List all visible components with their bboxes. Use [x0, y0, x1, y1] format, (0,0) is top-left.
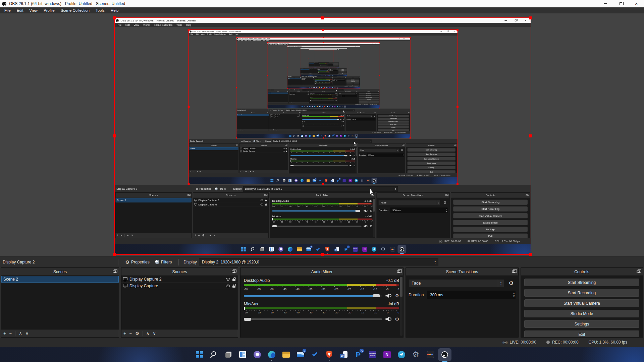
volume-slider[interactable]	[315, 80, 330, 81]
resize-handle-middle-right[interactable]	[379, 75, 380, 75]
volume-slider-handle[interactable]	[302, 126, 304, 126]
spinner-arrows-icon[interactable]: ▴▾	[336, 76, 337, 77]
speaker-icon[interactable]	[364, 225, 368, 227]
task-view-button[interactable]	[281, 177, 287, 184]
add-source-button[interactable]: +	[123, 331, 126, 336]
visibility-eye-icon[interactable]	[226, 278, 230, 281]
speaker-icon[interactable]	[350, 155, 352, 157]
popout-icon[interactable]	[187, 194, 190, 196]
media-editor-app[interactable]	[388, 244, 397, 254]
volume-slider-handle[interactable]	[310, 100, 311, 101]
speaker-icon[interactable]	[340, 119, 342, 120]
start-button[interactable]	[301, 105, 303, 108]
visibility-eye-icon[interactable]	[226, 285, 230, 287]
start-recording-button[interactable]: Start Recording	[378, 118, 409, 120]
popout-icon[interactable]	[402, 145, 404, 146]
phone-link-app[interactable]: P73	[351, 347, 365, 362]
add-source-button[interactable]: +	[195, 234, 196, 237]
restore-button[interactable]	[511, 18, 521, 23]
minimize-button[interactable]	[438, 30, 444, 33]
resize-handle-middle-right[interactable]	[457, 106, 459, 108]
start-recording-button[interactable]: Start Recording	[408, 153, 455, 156]
speaker-icon[interactable]	[385, 294, 391, 298]
channel-gear-icon[interactable]: ⚙	[343, 125, 344, 127]
remove-source-button[interactable]: −	[290, 103, 290, 103]
volume-slider[interactable]	[310, 96, 334, 97]
start-streaming-button[interactable]: Start Streaming	[453, 200, 528, 205]
settings-button[interactable]: Settings	[359, 101, 379, 102]
menu-tools[interactable]: Tools	[227, 33, 234, 36]
popout-icon[interactable]	[232, 270, 235, 273]
popout-icon[interactable]	[314, 78, 314, 78]
studio-mode-button[interactable]: Studio Mode	[453, 220, 528, 225]
volume-slider[interactable]	[272, 224, 361, 228]
spinner-arrows-icon[interactable]: ▴▾	[369, 140, 372, 143]
move-scene-down-button[interactable]: ∨	[199, 171, 201, 173]
word-app[interactable]: W	[332, 244, 341, 254]
channel-gear-icon[interactable]: ⚙	[370, 225, 372, 228]
display-capture-preview[interactable]: OBS 26.1.1 (64-bit, windows) - Profile: …	[189, 29, 458, 184]
resize-handle-middle-left[interactable]	[188, 106, 190, 108]
add-scene-button[interactable]: +	[237, 129, 238, 131]
menu-profile[interactable]: Profile	[141, 23, 152, 27]
speaker-icon[interactable]	[364, 209, 368, 212]
resize-handle-top-left[interactable]	[113, 16, 116, 19]
duration-input[interactable]: 300 ms ∧∨	[335, 80, 345, 81]
source-list-item[interactable]: Display Capture	[309, 70, 318, 70]
phone-link-app[interactable]: P73	[331, 134, 335, 138]
channel-gear-icon[interactable]: ⚙	[370, 209, 372, 212]
visibility-eye-icon[interactable]	[261, 199, 263, 201]
menu-scene-collection[interactable]: Scene Collection	[58, 7, 93, 13]
volume-slider-handle[interactable]	[272, 225, 277, 227]
add-scene-button[interactable]: +	[268, 103, 268, 103]
unlock-icon[interactable]	[317, 70, 318, 70]
resize-handle-top-right[interactable]	[347, 48, 347, 48]
menu-profile[interactable]: Profile	[41, 7, 58, 13]
resize-handle-top-left[interactable]	[287, 46, 288, 46]
popout-icon[interactable]	[267, 113, 268, 113]
unlock-icon[interactable]	[314, 78, 314, 79]
restore-button[interactable]	[613, 0, 629, 7]
filters-button[interactable]: Filters	[152, 258, 175, 266]
volume-slider[interactable]	[320, 64, 326, 64]
start-recording-button[interactable]: Start Recording	[359, 95, 379, 96]
move-source-down-button[interactable]: ∨	[278, 129, 279, 131]
file-explorer[interactable]	[316, 105, 318, 108]
display-capture-preview[interactable]: OBS 26.1.1 (64-bit, windows) - Profile: …	[267, 43, 380, 108]
volume-slider[interactable]	[318, 72, 328, 73]
source-list-item[interactable]: Display Capture	[314, 64, 320, 64]
add-source-button[interactable]: +	[240, 171, 241, 173]
mail-app[interactable]: 2	[304, 244, 313, 254]
telegram-app[interactable]	[369, 244, 379, 254]
phone-link-app[interactable]: P73	[341, 244, 351, 254]
start-virtual-camera-button[interactable]: Start Virtual Camera	[378, 121, 409, 123]
unlock-icon[interactable]	[314, 79, 314, 80]
mail-app[interactable]: 2	[316, 134, 320, 138]
move-source-up-button[interactable]: ∧	[146, 331, 150, 336]
resize-handle-bottom-right[interactable]	[410, 137, 411, 139]
edge-browser[interactable]	[314, 105, 316, 108]
start-button[interactable]	[288, 134, 292, 138]
source-list-item[interactable]: Display Capture	[269, 116, 301, 118]
chat-button[interactable]	[311, 105, 313, 108]
mixer-scrollbar[interactable]	[400, 277, 402, 336]
channel-gear-icon[interactable]: ⚙	[395, 293, 399, 298]
settings-app[interactable]: ⚙	[338, 105, 341, 108]
spinner-arrows-icon[interactable]: ▴▾	[394, 186, 398, 191]
volume-slider-handle[interactable]	[373, 294, 380, 297]
move-scene-down-button[interactable]: ∨	[272, 103, 273, 103]
file-explorer[interactable]	[295, 244, 304, 254]
exit-button[interactable]: Exit	[524, 330, 639, 337]
duration-input[interactable]: 300 ms ∧∨	[427, 291, 516, 299]
add-scene-button[interactable]: +	[3, 331, 6, 336]
todo-app[interactable]	[308, 347, 322, 362]
scene-list-item-selected[interactable]: Scene 2	[1, 276, 119, 283]
resize-handle-middle-right[interactable]	[410, 87, 411, 88]
amazon-music-app[interactable]: amazonmusic	[365, 347, 380, 362]
speaker-icon[interactable]	[385, 317, 391, 321]
studio-mode-button[interactable]: Studio Mode	[346, 82, 360, 83]
mixer-scrollbar[interactable]	[344, 114, 345, 131]
resize-handle-top-center[interactable]	[321, 16, 324, 19]
settings-button[interactable]: Settings	[524, 320, 639, 328]
resize-handle-top-center[interactable]	[322, 29, 324, 31]
